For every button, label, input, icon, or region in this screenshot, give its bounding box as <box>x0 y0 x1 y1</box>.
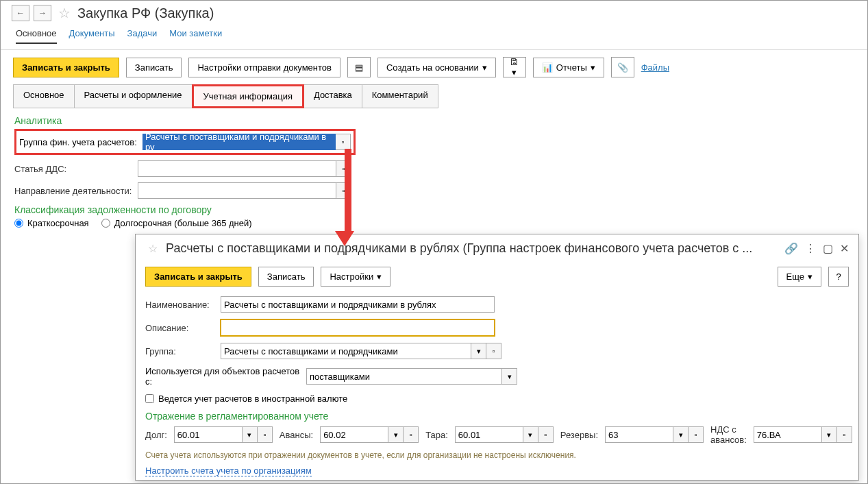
popup-save-button[interactable]: Записать <box>258 267 314 287</box>
nav-back-button[interactable]: ← <box>12 5 29 21</box>
popup-star-icon[interactable]: ☆ <box>148 242 158 255</box>
popup-maximize-icon[interactable]: ▢ <box>823 242 833 255</box>
tare-input[interactable] <box>455 426 523 443</box>
tare-open[interactable]: ▫ <box>538 426 554 443</box>
accounts-hint: Счета учета используются при отражении д… <box>145 450 849 460</box>
reserve-dd[interactable]: ▾ <box>673 426 689 443</box>
reserve-open[interactable]: ▫ <box>689 426 704 443</box>
name-label: Наименование: <box>145 300 221 310</box>
popup-link-icon[interactable]: 🔗 <box>784 242 798 255</box>
debt-label: Долг: <box>145 430 167 440</box>
subtab-main[interactable]: Основное <box>13 84 75 108</box>
dds-input[interactable] <box>138 160 336 177</box>
attach-group-button[interactable]: 🖺 ▾ <box>503 57 526 77</box>
group-open-button[interactable]: ▫ <box>486 343 501 359</box>
dds-label: Статья ДДС: <box>14 164 138 174</box>
tare-label: Тара: <box>425 430 448 440</box>
reserve-label: Резервы: <box>560 430 598 440</box>
detail-popup: ☆ Расчеты с поставщиками и подрядчиками … <box>135 234 859 481</box>
tare-dd[interactable]: ▾ <box>523 426 538 443</box>
navtab-tasks[interactable]: Задачи <box>127 28 158 44</box>
group-input[interactable] <box>221 343 471 359</box>
navtab-notes[interactable]: Мои заметки <box>169 28 222 44</box>
settings-send-button[interactable]: Настройки отправки документов <box>188 58 340 77</box>
vat-open[interactable]: ▫ <box>837 426 852 443</box>
popup-title: Расчеты с поставщиками и подрядчиками в … <box>166 241 779 256</box>
nav-forward-button[interactable]: → <box>34 5 51 21</box>
popup-more-label: Еще <box>786 271 804 282</box>
advance-input[interactable] <box>320 426 388 443</box>
foreign-currency-label: Ведется учет расчетов в иностранной валю… <box>158 394 347 404</box>
favorite-star-icon[interactable]: ☆ <box>58 5 71 21</box>
list-icon-button[interactable]: ▤ <box>347 57 371 77</box>
save-close-button[interactable]: Записать и закрыть <box>13 58 119 77</box>
debt-dd[interactable]: ▾ <box>243 426 258 443</box>
radio-short[interactable]: Краткосрочная <box>14 218 89 228</box>
create-based-button[interactable]: Создать на основании ▾ <box>377 58 496 77</box>
direction-input[interactable] <box>138 182 336 199</box>
used-for-input[interactable] <box>306 368 502 385</box>
radio-short-label: Краткосрочная <box>27 218 89 228</box>
group-fin-open-button[interactable]: ▫ <box>336 134 351 150</box>
group-dropdown-button[interactable]: ▾ <box>471 343 486 359</box>
subtab-calc[interactable]: Расчеты и оформление <box>74 84 193 108</box>
classification-title: Классификация задолженности по договору <box>14 204 854 215</box>
popup-help-button[interactable]: ? <box>828 267 849 287</box>
popup-settings-label: Настройки <box>330 271 373 282</box>
subtab-accounting[interactable]: Учетная информация <box>192 84 304 108</box>
popup-settings-button[interactable]: Настройки ▾ <box>321 267 390 287</box>
advance-open[interactable]: ▫ <box>404 426 419 443</box>
create-based-label: Создать на основании <box>386 62 479 73</box>
annotation-arrow <box>341 149 354 246</box>
clip-icon-button[interactable]: 📎 <box>611 57 634 77</box>
radio-long[interactable]: Долгосрочная (больше 365 дней) <box>101 218 252 228</box>
subtab-delivery[interactable]: Доставка <box>303 84 362 108</box>
popup-menu-icon[interactable]: ⋮ <box>805 242 816 255</box>
name-input[interactable] <box>221 296 495 313</box>
reports-button[interactable]: 📊 Отчеты ▾ <box>533 58 604 77</box>
debt-open[interactable]: ▫ <box>258 426 273 443</box>
desc-input[interactable] <box>221 319 495 336</box>
used-for-dropdown-button[interactable]: ▾ <box>502 368 517 385</box>
foreign-currency-checkbox[interactable]: Ведется учет расчетов в иностранной валю… <box>145 394 347 404</box>
group-label: Группа: <box>145 346 221 356</box>
navtab-docs[interactable]: Документы <box>69 28 115 44</box>
advance-label: Авансы: <box>280 430 313 440</box>
files-link[interactable]: Файлы <box>641 62 669 73</box>
reports-label: Отчеты <box>556 62 587 73</box>
popup-more-button[interactable]: Еще ▾ <box>778 267 821 287</box>
subtab-comment[interactable]: Комментарий <box>362 84 438 108</box>
direction-label: Направление деятельности: <box>14 186 138 196</box>
group-fin-label: Группа фин. учета расчетов: <box>19 137 142 147</box>
advance-dd[interactable]: ▾ <box>388 426 404 443</box>
configure-accounts-link[interactable]: Настроить счета учета по организациям <box>145 465 312 476</box>
navtab-main[interactable]: Основное <box>16 28 57 44</box>
used-for-label: Используется для объектов расчетов с: <box>145 366 306 387</box>
analytics-section-title: Аналитика <box>14 115 854 126</box>
save-button[interactable]: Записать <box>126 58 182 77</box>
regl-title: Отражение в регламентированном учете <box>145 411 849 422</box>
group-fin-input[interactable]: Расчеты с поставщиками и подрядчиками в … <box>142 134 336 150</box>
debt-input[interactable] <box>174 426 243 443</box>
desc-label: Описание: <box>145 323 221 333</box>
popup-close-icon[interactable]: ✕ <box>840 242 849 255</box>
reserve-input[interactable] <box>605 426 673 443</box>
vat-label: НДС с авансов: <box>710 424 747 445</box>
vat-input[interactable] <box>754 426 822 443</box>
popup-save-close-button[interactable]: Записать и закрыть <box>145 267 251 287</box>
vat-dd[interactable]: ▾ <box>822 426 837 443</box>
page-title: Закупка РФ (Закупка) <box>77 5 214 21</box>
radio-long-label: Долгосрочная (больше 365 дней) <box>114 218 252 228</box>
